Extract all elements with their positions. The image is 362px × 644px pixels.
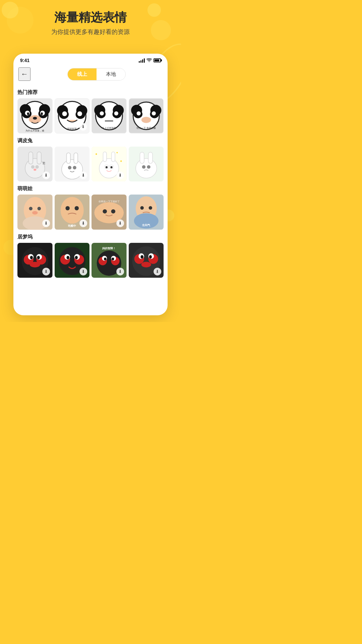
sticker-item[interactable]: ✦ ✦ ✦ ⬇ bbox=[92, 147, 127, 182]
content-area[interactable]: 热门推荐 bbox=[13, 84, 168, 312]
svg-text:⬇: ⬇ bbox=[81, 124, 85, 129]
wifi-icon bbox=[146, 58, 152, 63]
svg-text:⬇: ⬇ bbox=[118, 269, 122, 274]
svg-point-136 bbox=[112, 257, 114, 260]
sticker-item[interactable]: 生闷气 bbox=[129, 195, 164, 230]
sticker-item[interactable]: ⬇ bbox=[129, 243, 164, 278]
kumamon-sticker-3: 妈的智障！ ⬇ bbox=[92, 243, 127, 278]
section-hot: 热门推荐 bbox=[17, 89, 164, 133]
svg-text:⬇: ⬇ bbox=[118, 173, 122, 177]
sticker-item[interactable]: 为什么不回复，难 bbox=[17, 98, 53, 133]
svg-point-20 bbox=[77, 111, 82, 116]
tab-local[interactable]: 本地 bbox=[97, 68, 125, 80]
sticker-item[interactable]: ⬇ bbox=[17, 243, 53, 278]
nav-bar: ← 线上 本地 bbox=[13, 66, 168, 84]
sub-title: 为你提供更多有趣好看的资源 bbox=[7, 28, 174, 36]
svg-point-125 bbox=[66, 256, 69, 259]
svg-rect-77 bbox=[148, 152, 153, 163]
svg-point-75 bbox=[135, 158, 157, 178]
svg-point-39 bbox=[136, 111, 140, 115]
svg-point-30 bbox=[100, 111, 104, 115]
svg-point-84 bbox=[32, 211, 38, 214]
rabbit-sticker-2: ⬇ bbox=[55, 147, 90, 182]
svg-point-89 bbox=[60, 197, 83, 223]
kumamon-sticker-4: ⬇ bbox=[129, 243, 164, 278]
sticker-item[interactable]: 你再说一下下就好了 ⬇ bbox=[92, 195, 127, 230]
svg-point-91 bbox=[74, 206, 79, 210]
svg-text:⬇: ⬇ bbox=[44, 269, 48, 274]
svg-point-146 bbox=[140, 255, 143, 258]
sticker-item[interactable]: ⬇ bbox=[55, 147, 90, 182]
section-hot-title: 热门推荐 bbox=[17, 89, 164, 96]
kumamon-sticker-1: ⬇ bbox=[17, 243, 53, 278]
svg-point-65 bbox=[99, 158, 119, 178]
baby-sticker-1: ⬇ bbox=[17, 195, 53, 230]
svg-point-54 bbox=[61, 159, 82, 179]
svg-point-19 bbox=[62, 111, 67, 116]
svg-point-147 bbox=[149, 255, 152, 258]
tab-online[interactable]: 线上 bbox=[68, 68, 97, 80]
svg-rect-66 bbox=[103, 152, 106, 161]
section-kumamon-title: 居梦坞 bbox=[17, 234, 164, 240]
section-baby-title: 萌萌娃 bbox=[17, 185, 164, 192]
sticker-item[interactable]: 悲 ⬇ bbox=[17, 147, 53, 182]
sticker-item[interactable]: 理你一下 免得你嫌 bbox=[129, 98, 164, 133]
svg-point-40 bbox=[152, 111, 156, 115]
svg-point-41 bbox=[141, 117, 151, 123]
section-baby: 萌萌娃 ⬇ bbox=[17, 185, 164, 230]
sticker-grid-hot: 为什么不回复，难 哇好好笑 bbox=[17, 98, 164, 133]
sticker-item[interactable] bbox=[129, 147, 164, 182]
rabbit-sticker-4 bbox=[129, 147, 164, 182]
svg-point-104 bbox=[140, 206, 143, 209]
sticker-item[interactable]: 吃醋中 ⬇ bbox=[55, 195, 90, 230]
sticker-item[interactable]: ⬇ bbox=[55, 243, 90, 278]
sticker-grid-baby: ⬇ 吃醋中 ⬇ bbox=[17, 195, 164, 230]
svg-point-116 bbox=[30, 262, 40, 267]
svg-point-31 bbox=[114, 111, 118, 115]
svg-rect-76 bbox=[140, 152, 144, 163]
section-rabbit-title: 调皮兔 bbox=[17, 138, 164, 144]
svg-text:✦: ✦ bbox=[120, 159, 122, 163]
sticker-item[interactable]: 妈的智障！ ⬇ bbox=[92, 243, 127, 278]
section-kumamon: 居梦坞 ⬇ bbox=[17, 234, 164, 278]
svg-text:⬇: ⬇ bbox=[81, 173, 85, 177]
svg-point-57 bbox=[68, 166, 71, 169]
sticker-item[interactable]: 哇好好笑 ⬇ bbox=[55, 98, 90, 133]
svg-text:为什么不回复，难: 为什么不回复，难 bbox=[25, 129, 44, 132]
svg-point-44 bbox=[25, 158, 45, 178]
svg-text:吃醋中: 吃醋中 bbox=[68, 224, 76, 227]
svg-point-8 bbox=[27, 112, 29, 115]
rabbit-sticker-1: 悲 ⬇ bbox=[17, 147, 53, 182]
svg-point-70 bbox=[106, 166, 108, 168]
sticker-item[interactable]: ⬇ bbox=[17, 195, 53, 230]
svg-rect-55 bbox=[66, 153, 70, 163]
svg-text:⬇: ⬇ bbox=[118, 221, 122, 226]
svg-text:⬇: ⬇ bbox=[81, 221, 85, 226]
svg-text:马上过来和我: 马上过来和我 bbox=[102, 127, 116, 129]
sticker-item[interactable]: 马上过来和我 bbox=[92, 98, 127, 133]
header-area: 海量精选表情 为你提供更多有趣好看的资源 bbox=[0, 0, 181, 43]
sticker-grid-rabbit: 悲 ⬇ ⬇ bbox=[17, 147, 164, 182]
svg-text:你再说一下下就好了: 你再说一下下就好了 bbox=[98, 200, 120, 203]
svg-point-148 bbox=[141, 262, 151, 267]
baby-sticker-2: 吃醋中 ⬇ bbox=[55, 195, 90, 230]
svg-point-9 bbox=[41, 112, 43, 115]
svg-point-82 bbox=[29, 207, 32, 210]
svg-point-98 bbox=[111, 209, 116, 214]
svg-point-47 bbox=[31, 165, 35, 168]
back-button[interactable]: ← bbox=[18, 67, 31, 81]
panda-sticker-svg-4: 理你一下 免得你嫌 bbox=[129, 99, 164, 133]
baby-sticker-4: 生闷气 bbox=[129, 195, 164, 230]
panda-sticker-svg-1: 为什么不回复，难 bbox=[18, 99, 52, 133]
status-time: 9:41 bbox=[20, 58, 29, 63]
svg-text:✦: ✦ bbox=[116, 151, 118, 154]
svg-text:妈的智障！: 妈的智障！ bbox=[102, 246, 116, 250]
svg-text:哇好好笑: 哇好好笑 bbox=[67, 127, 77, 130]
sticker-grid-kumamon: ⬇ ⬇ bbox=[17, 243, 164, 278]
svg-point-97 bbox=[103, 209, 107, 214]
svg-point-71 bbox=[110, 166, 112, 168]
svg-point-114 bbox=[30, 256, 33, 259]
panda-sticker-svg-3: 马上过来和我 bbox=[92, 99, 126, 133]
svg-point-90 bbox=[65, 206, 70, 210]
svg-point-126 bbox=[75, 256, 77, 259]
